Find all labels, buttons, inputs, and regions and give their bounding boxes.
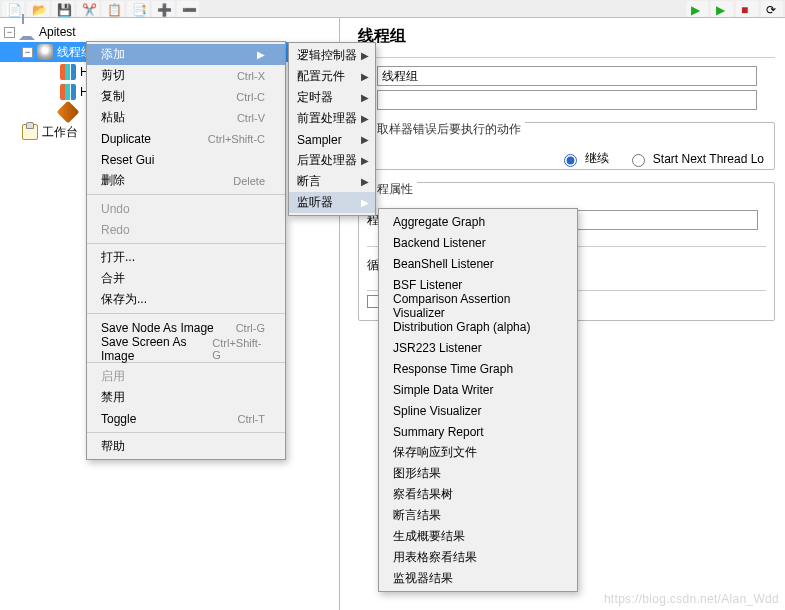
menu-item[interactable]: 定时器▶ — [289, 87, 375, 108]
fieldset-label: 程属性 — [373, 182, 417, 196]
menu-item[interactable]: 生成概要结果 — [379, 526, 577, 547]
menu-item[interactable]: 用表格察看结果 — [379, 547, 577, 568]
menu-item[interactable]: Reset Gui — [87, 149, 285, 170]
menu-item[interactable]: Summary Report — [379, 421, 577, 442]
menu-item[interactable]: 前置处理器▶ — [289, 108, 375, 129]
radio-row: 继续 Start Next Thread Lo — [367, 146, 766, 171]
menu-item[interactable]: 逻辑控制器▶ — [289, 45, 375, 66]
menu-item[interactable]: 断言结果 — [379, 505, 577, 526]
name-input[interactable] — [377, 66, 757, 86]
toolbar-button[interactable]: 📂 — [27, 1, 49, 17]
menu-item[interactable]: Comparison Assertion Visualizer — [379, 295, 577, 316]
menu-item[interactable]: Backend Listener — [379, 232, 577, 253]
separator — [358, 57, 775, 58]
menu-item[interactable]: JSR223 Listener — [379, 337, 577, 358]
tree-node-testplan[interactable]: − Apitest — [0, 22, 339, 42]
flask-icon — [19, 24, 35, 40]
menu-item[interactable]: 粘贴Ctrl-V — [87, 107, 285, 128]
menu-item[interactable]: Response Time Graph — [379, 358, 577, 379]
toolbar-button[interactable]: 💾 — [52, 1, 74, 17]
toolbar-button[interactable]: ✂️ — [77, 1, 99, 17]
watermark: https://blog.csdn.net/Alan_Wdd — [604, 592, 779, 606]
comment-input[interactable] — [377, 90, 757, 110]
menu-item[interactable]: 禁用 — [87, 387, 285, 408]
toolbar-button[interactable]: 📋 — [102, 1, 124, 17]
radio-label: 继续 — [585, 150, 609, 167]
collapse-icon[interactable]: − — [4, 27, 15, 38]
menu-item[interactable]: Spline Visualizer — [379, 400, 577, 421]
menu-item[interactable]: Simple Data Writer — [379, 379, 577, 400]
menu-item[interactable]: Aggregate Graph — [379, 211, 577, 232]
menu-item[interactable]: ToggleCtrl-T — [87, 408, 285, 429]
radio-startnext[interactable]: Start Next Thread Lo — [627, 150, 764, 167]
menu-item[interactable]: 监听器▶ — [289, 192, 375, 213]
sampler-error-fieldset: 取样器错误后要执行的动作 继续 Start Next Thread Lo — [358, 122, 775, 170]
collapse-icon[interactable]: − — [22, 47, 33, 58]
menu-item[interactable]: 配置元件▶ — [289, 66, 375, 87]
menu-item[interactable]: DuplicateCtrl+Shift-C — [87, 128, 285, 149]
toolbar-button[interactable]: ➕ — [152, 1, 174, 17]
menu-item[interactable]: 删除Delete — [87, 170, 285, 191]
menu-item[interactable]: 复制Ctrl-C — [87, 86, 285, 107]
toolbar-button[interactable]: ▶ — [686, 1, 708, 17]
menu-item: 启用 — [87, 366, 285, 387]
clipboard-icon — [22, 124, 38, 140]
wrench-icon — [57, 101, 80, 124]
toolbar-button[interactable]: ⟳ — [761, 1, 783, 17]
http-request-icon — [60, 84, 76, 100]
menu-item[interactable]: 图形结果 — [379, 463, 577, 484]
toolbar-button[interactable]: ➖ — [177, 1, 199, 17]
comment-row: 释: — [358, 90, 775, 110]
submenu-add: 逻辑控制器▶配置元件▶定时器▶前置处理器▶Sampler▶后置处理器▶断言▶监听… — [288, 42, 376, 216]
toolbar-button[interactable]: 📑 — [127, 1, 149, 17]
toolbar-button[interactable]: 📄 — [2, 1, 24, 17]
menu-item[interactable]: 合并 — [87, 268, 285, 289]
menu-item[interactable]: Save Screen As ImageCtrl+Shift-G — [87, 338, 285, 359]
menu-item: Redo — [87, 219, 285, 240]
radio-input[interactable] — [632, 154, 645, 167]
radio-input[interactable] — [564, 154, 577, 167]
threadgroup-icon — [37, 44, 53, 60]
menu-item[interactable]: 保存响应到文件 — [379, 442, 577, 463]
menu-item[interactable]: 后置处理器▶ — [289, 150, 375, 171]
context-menu: 添加▶剪切Ctrl-X复制Ctrl-C粘贴Ctrl-VDuplicateCtrl… — [86, 41, 286, 460]
http-request-icon — [60, 64, 76, 80]
radio-label: Start Next Thread Lo — [653, 152, 764, 166]
panel-title: 线程组 — [358, 26, 775, 47]
name-row: 称: — [358, 66, 775, 86]
menu-item[interactable]: 帮助 — [87, 436, 285, 457]
menu-item[interactable]: 断言▶ — [289, 171, 375, 192]
fieldset-label: 取样器错误后要执行的动作 — [373, 122, 525, 136]
menu-item[interactable]: 添加▶ — [87, 44, 285, 65]
menu-item[interactable]: 察看结果树 — [379, 484, 577, 505]
radio-continue[interactable]: 继续 — [559, 150, 609, 167]
submenu-listeners: Aggregate GraphBackend ListenerBeanShell… — [378, 208, 578, 592]
menu-item[interactable]: BeanShell Listener — [379, 253, 577, 274]
toolbar-button[interactable]: ▶ — [711, 1, 733, 17]
toolbar-button[interactable]: ■ — [736, 1, 758, 17]
menu-item[interactable]: Sampler▶ — [289, 129, 375, 150]
tree-label: 工作台 — [42, 124, 78, 141]
menu-item[interactable]: 打开... — [87, 247, 285, 268]
tree-label: Apitest — [39, 25, 76, 39]
menu-item[interactable]: 剪切Ctrl-X — [87, 65, 285, 86]
toolbar: 📄 📂 💾 ✂️ 📋 📑 ➕ ➖ ▶ ▶ ■ ⟳ — [0, 0, 785, 18]
menu-item[interactable]: 保存为... — [87, 289, 285, 310]
menu-item: Undo — [87, 198, 285, 219]
menu-item[interactable]: 监视器结果 — [379, 568, 577, 589]
